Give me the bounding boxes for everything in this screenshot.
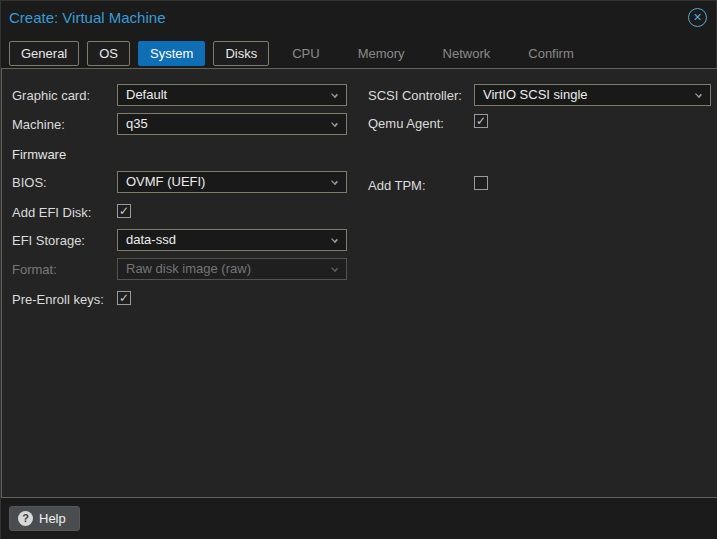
bios-label: BIOS: bbox=[12, 175, 47, 190]
dialog-title: Create: Virtual Machine bbox=[9, 9, 165, 26]
pre-enroll-keys-checkbox[interactable] bbox=[117, 291, 131, 305]
firmware-section-label: Firmware bbox=[12, 147, 66, 162]
tab-os[interactable]: OS bbox=[87, 41, 130, 66]
add-efi-disk-label: Add EFI Disk: bbox=[12, 205, 91, 220]
graphic-card-label: Graphic card: bbox=[12, 88, 90, 103]
qemu-agent-label: Qemu Agent: bbox=[368, 116, 444, 131]
efi-storage-select[interactable]: data-ssd bbox=[117, 229, 347, 251]
tab-network: Network bbox=[428, 41, 506, 66]
help-button-label: Help bbox=[39, 511, 66, 526]
machine-value: q35 bbox=[126, 116, 148, 131]
chevron-down-icon bbox=[331, 178, 338, 185]
graphic-card-value: Default bbox=[126, 87, 167, 102]
add-tpm-checkbox[interactable] bbox=[474, 176, 488, 190]
efi-storage-label: EFI Storage: bbox=[12, 233, 85, 248]
scsi-controller-value: VirtIO SCSI single bbox=[483, 87, 588, 102]
help-icon: ? bbox=[18, 511, 33, 526]
wizard-tabbar: General OS System Disks CPU Memory Netwo… bbox=[9, 41, 597, 66]
machine-select[interactable]: q35 bbox=[117, 113, 347, 135]
scsi-controller-select[interactable]: VirtIO SCSI single bbox=[474, 84, 711, 106]
efi-storage-value: data-ssd bbox=[126, 232, 176, 247]
close-icon[interactable]: ✕ bbox=[688, 8, 707, 27]
bios-value: OVMF (UEFI) bbox=[126, 174, 205, 189]
add-efi-disk-checkbox[interactable] bbox=[117, 204, 131, 218]
chevron-down-icon bbox=[331, 91, 338, 98]
machine-label: Machine: bbox=[12, 117, 65, 132]
bios-select[interactable]: OVMF (UEFI) bbox=[117, 171, 347, 193]
tab-memory: Memory bbox=[343, 41, 420, 66]
chevron-down-icon bbox=[331, 265, 338, 272]
qemu-agent-checkbox[interactable] bbox=[474, 114, 488, 128]
tab-general[interactable]: General bbox=[9, 41, 79, 66]
chevron-down-icon bbox=[695, 91, 702, 98]
pre-enroll-keys-label: Pre-Enroll keys: bbox=[12, 292, 104, 307]
scsi-controller-label: SCSI Controller: bbox=[368, 88, 462, 103]
dialog-footer: ? Help Advanced Back Next bbox=[1, 498, 717, 539]
format-label: Format: bbox=[12, 262, 57, 277]
help-button[interactable]: ? Help bbox=[9, 506, 80, 531]
create-vm-dialog: Create: Virtual Machine ✕ General OS Sys… bbox=[0, 0, 717, 539]
format-select: Raw disk image (raw) bbox=[117, 258, 347, 280]
form-panel: Graphic card: Default Machine: q35 Firmw… bbox=[1, 68, 717, 498]
tab-system[interactable]: System bbox=[138, 41, 205, 66]
graphic-card-select[interactable]: Default bbox=[117, 84, 347, 106]
tab-cpu: CPU bbox=[277, 41, 334, 66]
format-value: Raw disk image (raw) bbox=[126, 261, 251, 276]
chevron-down-icon bbox=[331, 236, 338, 243]
add-tpm-label: Add TPM: bbox=[368, 178, 426, 193]
tab-confirm: Confirm bbox=[513, 41, 589, 66]
chevron-down-icon bbox=[331, 120, 338, 127]
tab-disks[interactable]: Disks bbox=[213, 41, 269, 66]
